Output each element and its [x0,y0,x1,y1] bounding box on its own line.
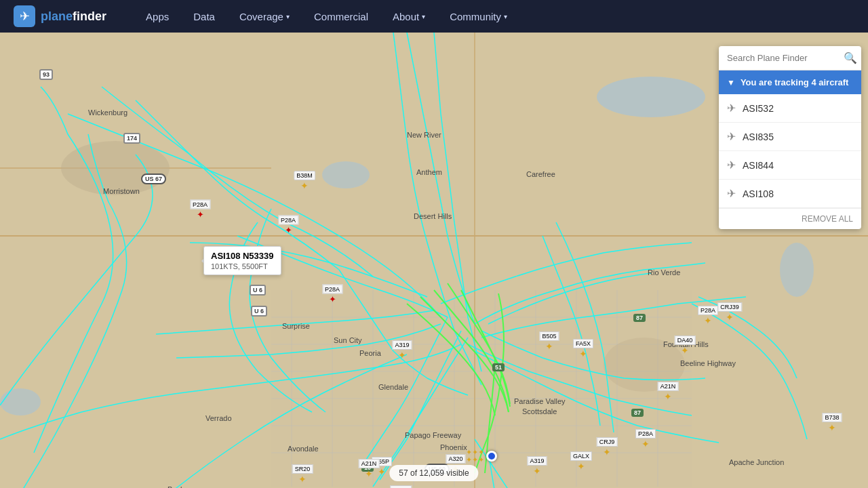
road-badge-us67: US 67 [141,174,166,184]
callsign-ASI108: ASI108 [743,188,774,199]
community-dropdown-arrow: ▾ [504,13,507,20]
tracking-sidebar: 🔍 ▼ You are tracking 4 aircraft ✈ ASI532… [719,46,861,229]
aircraft-B38M-1[interactable]: ✦ B38M [300,180,309,191]
nav-apps[interactable]: Apps [134,0,181,33]
road-badge-u6b: U 6 [251,306,267,317]
svg-point-4 [322,161,370,188]
nav-menu: Apps Data Coverage ▾ Commercial About ▾ … [134,0,519,33]
aircraft-P28A-4[interactable]: ✦ P28A [704,315,712,326]
aircraft-item-ASI532[interactable]: ✈ ASI532 [719,94,861,123]
logo-finder: finder [73,9,106,23]
callsign-ASI532: ASI532 [743,103,774,114]
status-text: 57 of 12,059 visible [399,468,469,478]
logo-plane: plane [41,9,73,23]
road-badge-u6a: U 6 [250,285,266,296]
aircraft-CRJ9-1[interactable]: ✦ CRJ9 [603,447,611,458]
plane-icon-ASI108: ✈ [727,187,736,200]
aircraft-P28A-2[interactable]: ✦ P28A [285,225,292,235]
aircraft-P28A-5[interactable]: ✦ P28A [642,439,650,449]
logo-text: planefinder [41,9,106,24]
tooltip-title: ASI108 N53339 [211,251,274,261]
tooltip-detail: 101KTS, 5500FT [211,262,274,270]
aircraft-list: ✈ ASI532 ✈ ASI835 ✈ ASI844 ✈ ASI108 [719,94,861,208]
svg-point-1 [597,77,705,117]
road-badge-93: 93 [39,69,53,80]
aircraft-SR20-1[interactable]: ✦ SR20 [298,474,307,485]
aircraft-FA5X-1[interactable]: ✦ FA5X [579,348,587,359]
aircraft-P28A-1[interactable]: ✦ P28A [197,209,204,220]
aircraft-A319-1[interactable]: ✦ A319 [398,350,406,361]
aircraft-item-ASI835[interactable]: ✈ ASI835 [719,123,861,151]
aircraft-item-ASI108[interactable]: ✈ ASI108 [719,180,861,208]
aircraft-B505-1[interactable]: ✦ B505 [545,341,553,352]
search-input[interactable] [724,46,844,70]
aircraft-tooltip: ASI108 N53339 101KTS, 5500FT [203,246,281,275]
aircraft-B738-1[interactable]: ✦ B738 [828,422,836,433]
airport-cluster: ✦✦✦✦✦✦ [466,449,484,464]
aircraft-CRJ39-1[interactable]: ✦ CRJ39 [726,312,734,323]
callsign-ASI844: ASI844 [743,160,774,171]
main-nav: ✈ planefinder Apps Data Coverage ▾ Comme… [0,0,868,33]
svg-point-6 [0,388,41,415]
aircraft-DA40-1[interactable]: ✦ DA40 [681,345,689,356]
logo[interactable]: ✈ planefinder [14,5,106,27]
coverage-dropdown-arrow: ▾ [286,13,290,20]
nav-data[interactable]: Data [181,0,227,33]
aircraft-item-ASI844[interactable]: ✈ ASI844 [719,151,861,180]
tracking-label: You are tracking 4 aircraft [741,77,848,87]
tracking-header[interactable]: ▼ You are tracking 4 aircraft [719,70,861,94]
nav-commercial[interactable]: Commercial [302,0,380,33]
nav-community[interactable]: Community ▾ [437,0,519,33]
search-bar: 🔍 [719,46,861,70]
aircraft-GALX-1[interactable]: ✦ GALX [577,461,585,472]
search-icon[interactable]: 🔍 [844,52,857,64]
aircraft-A21N-1[interactable]: ✦ A21N [664,391,672,402]
road-badge-51: 51 [492,363,505,371]
about-dropdown-arrow: ▾ [422,13,425,20]
logo-icon: ✈ [14,5,35,27]
tracking-chevron: ▼ [727,78,735,87]
nav-about[interactable]: About ▾ [380,0,437,33]
status-bar: 57 of 12,059 visible [389,465,478,481]
road-badge-174: 174 [123,133,140,144]
road-badge-87a: 87 [633,314,646,322]
plane-icon-ASI835: ✈ [727,130,736,143]
nav-coverage[interactable]: Coverage ▾ [227,0,302,33]
road-badge-87b: 87 [631,409,644,417]
aircraft-A319-2[interactable]: ✦ A319 [533,466,541,476]
svg-point-27 [61,141,170,195]
remove-all-button[interactable]: REMOVE ALL [719,208,861,229]
plane-icon-ASI532: ✈ [727,102,736,115]
aircraft-A21N-2[interactable]: ✦ A21N [365,468,373,479]
user-location [486,451,497,462]
aircraft-P28A-3[interactable]: ✦ P28A [329,294,336,304]
svg-point-5 [780,243,814,297]
callsign-ASI835: ASI835 [743,131,774,142]
plane-icon-ASI844: ✈ [727,159,736,171]
